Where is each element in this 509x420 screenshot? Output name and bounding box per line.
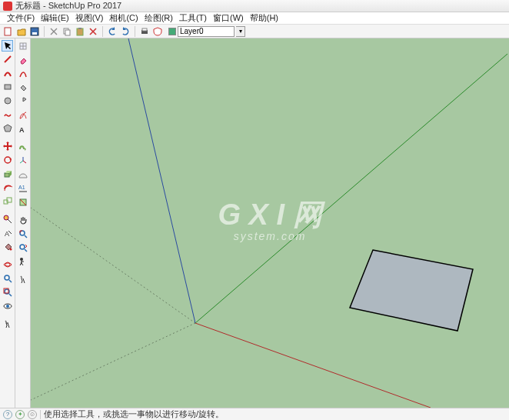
svg-point-24: [6, 305, 9, 308]
model-info-icon[interactable]: [152, 26, 163, 37]
menu-edit[interactable]: 编辑(E): [38, 12, 72, 24]
delete-icon[interactable]: [88, 26, 98, 37]
section-plane-icon[interactable]: [17, 196, 29, 208]
drawn-face[interactable]: [350, 250, 473, 331]
svg-point-29: [20, 231, 25, 235]
offset-tool-icon[interactable]: [2, 182, 14, 194]
open-file-icon[interactable]: [16, 26, 27, 37]
svg-rect-0: [5, 28, 11, 35]
menu-tool[interactable]: 工具(T): [177, 12, 209, 24]
protractor-icon[interactable]: [17, 168, 29, 181]
svg-rect-6: [78, 28, 82, 29]
chevron-down-icon[interactable]: ▾: [236, 26, 245, 37]
eraser-tool-icon[interactable]: [17, 54, 29, 66]
follow-me-icon[interactable]: [17, 141, 29, 153]
save-file-icon[interactable]: [29, 26, 40, 37]
arc-tool-icon[interactable]: [2, 67, 14, 79]
copy-icon[interactable]: [62, 26, 72, 37]
menu-camera[interactable]: 相机(C): [107, 12, 140, 24]
svg-line-33: [31, 323, 195, 400]
svg-rect-5: [77, 28, 83, 35]
bezier-tool-icon[interactable]: [17, 109, 29, 122]
svg-text:A1: A1: [18, 185, 25, 190]
svg-point-31: [20, 258, 23, 261]
3d-viewport[interactable]: G X I 网 system.com: [31, 38, 509, 408]
app-icon: [3, 2, 12, 11]
pan-tool-icon[interactable]: [17, 214, 29, 226]
svg-rect-2: [32, 32, 37, 35]
walk-tool-icon[interactable]: [2, 318, 14, 330]
component-tool-icon[interactable]: [17, 40, 29, 52]
twopoint-arc-icon[interactable]: [17, 68, 29, 80]
look-around-icon[interactable]: [2, 300, 14, 312]
rotated-rect-icon[interactable]: [17, 82, 29, 94]
svg-point-20: [5, 275, 9, 280]
user-hint-icon[interactable]: ☺: [28, 410, 37, 419]
svg-rect-9: [5, 85, 11, 89]
rectangle-tool-icon[interactable]: [2, 81, 14, 93]
line-tool-icon[interactable]: [2, 53, 14, 65]
menu-help[interactable]: 帮助(H): [248, 12, 281, 24]
svg-rect-12: [5, 173, 9, 177]
polygon-tool-icon[interactable]: [2, 122, 14, 135]
scale-tool-icon[interactable]: [2, 195, 14, 208]
menu-window[interactable]: 窗口(W): [211, 12, 246, 24]
select-tool-icon[interactable]: [2, 40, 13, 52]
menu-draw[interactable]: 绘图(R): [142, 12, 175, 24]
print-icon[interactable]: [139, 26, 150, 37]
svg-line-34: [128, 38, 195, 323]
rotate-tool-icon[interactable]: [2, 154, 14, 166]
divider: [135, 26, 135, 37]
main-toolbar: Layer0 ▾: [0, 25, 509, 38]
previous-view-icon[interactable]: [17, 242, 29, 254]
pie-tool-icon[interactable]: [17, 95, 29, 108]
svg-rect-8: [142, 28, 147, 31]
undo-icon[interactable]: [107, 26, 118, 37]
circle-tool-icon[interactable]: [2, 95, 14, 107]
svg-point-11: [5, 157, 11, 163]
help-hint-icon[interactable]: ?: [3, 410, 12, 419]
svg-rect-4: [65, 30, 70, 35]
tape-measure-icon[interactable]: [2, 213, 14, 225]
tool-column-1: A: [0, 38, 15, 408]
zoom-extents-icon[interactable]: [2, 286, 14, 298]
dimension-tool-icon[interactable]: A1: [17, 182, 29, 195]
new-file-icon[interactable]: [3, 26, 14, 37]
svg-line-32: [31, 208, 195, 323]
status-text: 使用选择工具，或挑选一事物以进行移动/旋转。: [44, 408, 224, 420]
divider: [102, 26, 103, 37]
layer-dropdown-label: Layer0: [180, 27, 204, 35]
paint-bucket-icon[interactable]: [2, 241, 14, 253]
walk-around-icon[interactable]: [17, 273, 29, 285]
freehand-tool-icon[interactable]: [2, 108, 14, 121]
layer-color-swatch[interactable]: [168, 28, 176, 35]
move-tool-icon[interactable]: [2, 140, 14, 152]
svg-text:A: A: [19, 126, 25, 134]
divider: [40, 410, 41, 419]
svg-line-36: [195, 323, 431, 408]
text-tool-icon[interactable]: A: [2, 227, 14, 239]
svg-point-10: [5, 98, 11, 104]
pushpull-tool-icon[interactable]: [2, 168, 14, 180]
workspace: A A A1: [0, 38, 509, 408]
redo-icon[interactable]: [120, 26, 131, 37]
statusbar: ? ✦ ☺ 使用选择工具，或挑选一事物以进行移动/旋转。: [0, 408, 509, 420]
zoom-window-icon[interactable]: [17, 228, 29, 240]
cut-icon[interactable]: [48, 26, 59, 37]
tool-column-2: A A1: [15, 38, 31, 408]
position-camera-icon[interactable]: [17, 255, 29, 268]
paste-icon[interactable]: [75, 26, 85, 37]
svg-point-17: [9, 248, 12, 251]
geo-hint-icon[interactable]: ✦: [15, 410, 25, 419]
orbit-tool-icon[interactable]: [2, 258, 14, 271]
viewport-svg: [31, 38, 507, 408]
layer-dropdown[interactable]: Layer0: [178, 26, 235, 37]
divider: [44, 26, 45, 37]
titlebar: 无标题 - SketchUp Pro 2017: [0, 0, 509, 12]
layer-selector: Layer0 ▾: [168, 26, 245, 37]
menu-view[interactable]: 视图(V): [73, 12, 106, 24]
axes-tool-icon[interactable]: [17, 155, 29, 167]
menu-file[interactable]: 文件(F): [5, 12, 37, 24]
3d-text-icon[interactable]: A: [17, 123, 29, 135]
zoom-tool-icon[interactable]: [2, 272, 14, 285]
